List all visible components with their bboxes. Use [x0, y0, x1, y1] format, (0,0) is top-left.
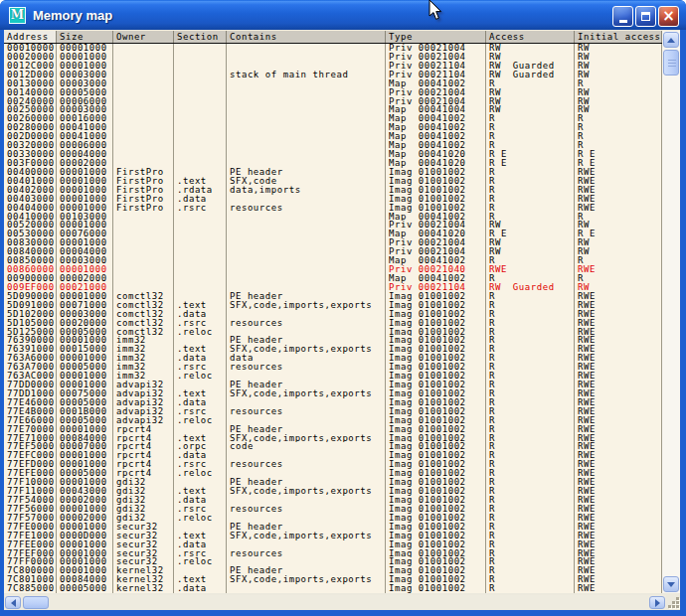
cell-owner: rpcrt4: [113, 434, 174, 443]
table-row[interactable]: 77FEE00000001000secur32.dataImag 0100100…: [4, 540, 662, 549]
title-bar[interactable]: M Memory map ×: [0, 0, 686, 30]
table-row[interactable]: 763A700000005000imm32.rsrcresourcesImag …: [4, 363, 662, 372]
column-header-size[interactable]: Size: [57, 31, 113, 44]
cell-type: Imag 01001002: [386, 434, 486, 443]
scroll-left-button[interactable]: [5, 596, 21, 609]
table-row[interactable]: 003F000000002000Map 00041020R ER E: [4, 159, 662, 168]
table-row[interactable]: 0085000000003000Map 00041002RR: [4, 256, 662, 265]
cell-size: 00076000: [57, 230, 113, 238]
table-row[interactable]: 77EFE00000005000rpcrt4.relocImag 0100100…: [4, 469, 662, 478]
cell-address: 00130000: [4, 79, 57, 88]
table-row[interactable]: 77E7000000001000rpcrt4PE headerImag 0100…: [4, 425, 662, 434]
cell-owner: comctl32: [113, 292, 174, 301]
table-row[interactable]: 009EF00000021000Priv 00021104RW GuardedR…: [4, 283, 662, 292]
table-row[interactable]: 0040100000001000FirstPro.textSFX,codeIma…: [4, 177, 662, 186]
column-header-initial-access[interactable]: Initial access: [575, 31, 662, 44]
table-row[interactable]: 77F5400000002000gdi32.dataImag 01001002R…: [4, 496, 662, 505]
cell-owner: advapi32: [113, 389, 174, 398]
table-row[interactable]: 0040300000001000FirstPro.dataImag 010010…: [4, 195, 662, 204]
table-row[interactable]: 77E4600000005000advapi32.dataImag 010010…: [4, 398, 662, 407]
column-header-address[interactable]: Address: [4, 31, 57, 44]
table-row[interactable]: 77EFC00000001000rpcrt4.dataImag 01001002…: [4, 451, 662, 460]
table-row[interactable]: 0024000000006000Priv 00021004RWRW: [4, 97, 662, 106]
cell-initial_access: RW: [575, 71, 662, 79]
resize-grip[interactable]: [668, 597, 682, 610]
table-row[interactable]: 0012D00000003000stack of main threadPriv…: [4, 71, 662, 79]
table-row[interactable]: 002D000000041000Map 00041002RR: [4, 132, 662, 141]
table-row[interactable]: 7639100000015000imm32.textSFX,code,impor…: [4, 345, 662, 354]
table-row[interactable]: 0052000000001000Priv 00021004RWRW: [4, 221, 662, 230]
table-row[interactable]: 0032000000006000Map 00041002RR: [4, 141, 662, 150]
scroll-right-button[interactable]: [649, 596, 665, 609]
table-row[interactable]: 77FE10000000D000secur32.textSFX,code,imp…: [4, 532, 662, 540]
table-row[interactable]: 77EF500000007000rpcrt4.orpccodeImag 0100…: [4, 442, 662, 451]
table-row[interactable]: 77F1100000043000gdi32.textSFX,code,impor…: [4, 487, 662, 496]
table-row[interactable]: 77F5600000001000gdi32.rsrcresourcesImag …: [4, 505, 662, 514]
table-row[interactable]: 0041000000103000Map 00041002RR: [4, 213, 662, 222]
scroll-down-button[interactable]: [663, 576, 679, 592]
table-row[interactable]: 0040400000001000FirstPro.rsrcresourcesIm…: [4, 204, 662, 213]
table-row[interactable]: 5D12500000005000comctl32.relocImag 01001…: [4, 328, 662, 337]
cell-contains: [227, 123, 386, 132]
table-row[interactable]: 0084000000004000Priv 00021004RWRW: [4, 247, 662, 256]
table-row[interactable]: 0040000000001000FirstProPE headerImag 01…: [4, 168, 662, 177]
table-row[interactable]: 0013000000003000Map 00041002RR: [4, 79, 662, 88]
column-header-contains[interactable]: Contains: [227, 31, 386, 44]
table-row[interactable]: 763A600000001000imm32.datadataImag 01001…: [4, 354, 662, 363]
table-row[interactable]: 0002000000001000Priv 00021004RWRW: [4, 53, 662, 62]
table-row[interactable]: 77F1000000001000gdi32PE headerImag 01001…: [4, 478, 662, 487]
table-row[interactable]: 77FEF00000001000secur32.rsrcresourcesIma…: [4, 549, 662, 558]
table-row[interactable]: 77DD100000075000advapi32.textSFX,code,im…: [4, 389, 662, 398]
table-row[interactable]: 0053000000076000Map 00041020R ER E: [4, 230, 662, 238]
table-row[interactable]: 0026000000016000Map 00041002RR: [4, 114, 662, 123]
column-header-type[interactable]: Type: [386, 31, 486, 44]
close-button[interactable]: ×: [658, 6, 679, 27]
cell-owner: FirstPro: [113, 204, 174, 213]
table-row[interactable]: 0040200000001000FirstPro.rdatadata,impor…: [4, 186, 662, 195]
scroll-up-button[interactable]: [663, 32, 679, 48]
table-row[interactable]: 77E7100000084000rpcrt4.textSFX,code,impo…: [4, 434, 662, 443]
maximize-button[interactable]: [635, 6, 656, 27]
table-row[interactable]: 0014000000005000Priv 00021004RWRW: [4, 88, 662, 97]
table-row[interactable]: 77FF000000001000secur32.relocImag 010010…: [4, 557, 662, 566]
cell-initial_access: R: [575, 213, 662, 222]
table-row[interactable]: 7C80000000001000kernel32PE headerImag 01…: [4, 566, 662, 575]
table-row[interactable]: 7639000000001000imm32PE headerImag 01001…: [4, 336, 662, 345]
horizontal-scrollbar[interactable]: [4, 595, 666, 610]
table-row[interactable]: 5D09000000001000comctl32PE headerImag 01…: [4, 292, 662, 301]
vertical-scrollbar[interactable]: [662, 31, 680, 593]
table-row[interactable]: 0083000000001000Priv 00021004RWRW: [4, 238, 662, 247]
table-row[interactable]: 0033000000004000Map 00041020R ER E: [4, 150, 662, 159]
vertical-scroll-thumb[interactable]: [663, 50, 679, 76]
minimize-button[interactable]: [612, 6, 633, 27]
table-row[interactable]: 0025000000003000Map 00041004RWRW: [4, 105, 662, 114]
cell-type: Priv 00021004: [386, 88, 486, 97]
table-row[interactable]: 5D10500000020000comctl32.rsrcresourcesIm…: [4, 319, 662, 328]
table-row[interactable]: 0001000000001000Priv 00021004RWRW: [4, 44, 662, 53]
table-row[interactable]: 0028000000041000Map 00041002RR: [4, 123, 662, 132]
table-row[interactable]: 77FE000000001000secur32PE headerImag 010…: [4, 523, 662, 532]
table-row[interactable]: 0090000000002000Map 00041002RR: [4, 274, 662, 283]
table-row[interactable]: 5D10200000003000comctl32.dataImag 010010…: [4, 310, 662, 319]
column-header-owner[interactable]: Owner: [113, 31, 174, 44]
table-row[interactable]: 5D09100000071000comctl32.textSFX,code,im…: [4, 301, 662, 310]
cell-section: .rdata: [174, 186, 227, 195]
table-row[interactable]: 0086000000001000Priv 00021040RWERWE: [4, 265, 662, 274]
cell-section: [174, 283, 227, 292]
table-row[interactable]: 77E6600000005000advapi32.relocImag 01001…: [4, 416, 662, 425]
table-row[interactable]: 7C88500000005000kernel32.dataImag 010010…: [4, 584, 662, 593]
column-header-access[interactable]: Access: [486, 31, 575, 44]
table-row[interactable]: 763AC00000001000imm32.relocImag 01001002…: [4, 372, 662, 381]
horizontal-scroll-thumb[interactable]: [23, 596, 49, 609]
table-row[interactable]: 77DD000000001000advapi32PE headerImag 01…: [4, 381, 662, 389]
table-row[interactable]: 77E4B0000001B000advapi32.rsrcresourcesIm…: [4, 407, 662, 416]
cell-access: R: [486, 186, 575, 195]
table-row[interactable]: 77EFD00000001000rpcrt4.rsrcresourcesImag…: [4, 460, 662, 469]
table-row[interactable]: 0012C00000001000Priv 00021104RW GuardedR…: [4, 62, 662, 71]
cell-address: 00404000: [4, 204, 57, 213]
cell-section: [174, 62, 227, 71]
table-row[interactable]: 77F5700000002000gdi32.relocImag 01001002…: [4, 514, 662, 523]
column-header-section[interactable]: Section: [174, 31, 227, 44]
table-row[interactable]: 7C80100000084000kernel32.textSFX,code,im…: [4, 575, 662, 584]
cell-contains: resources: [227, 363, 386, 372]
